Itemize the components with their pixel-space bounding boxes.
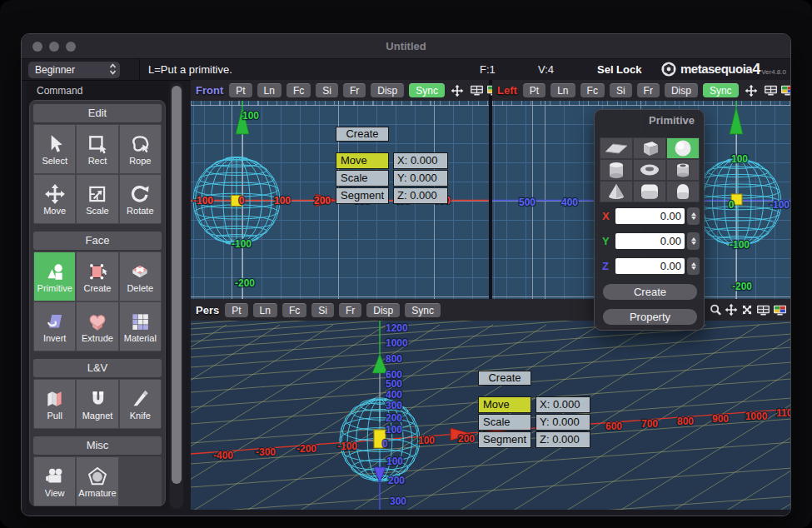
command-scale-button[interactable]: Scale [77,175,117,223]
tab-ln-front[interactable]: Ln [257,83,281,97]
command-rect-button[interactable]: Rect [77,125,117,173]
colors-icon[interactable] [773,305,787,316]
metasequoia-gear-icon [660,61,677,81]
orbit-icon[interactable] [740,303,754,316]
overlay-x-field[interactable]: X: 0.000 [536,396,590,413]
axis-y-value-field[interactable]: 0.00 [615,233,685,249]
tab-pt-left[interactable]: Pt [523,83,545,97]
primitive-shape-sphere[interactable] [666,137,700,159]
tab-fc-pers[interactable]: Fc [282,303,306,317]
axis-tick-label: 300 [390,496,406,507]
colors-icon[interactable] [780,85,791,96]
axis-z-value-field[interactable]: 0.00 [615,258,685,274]
front-viewport-canvas[interactable]: -1000100200300400500100-100-200 Create M… [191,101,489,299]
overlay-z-field[interactable]: Z: 0.000 [536,431,590,448]
tab-fc-left[interactable]: Fc [580,83,605,97]
tab-sync-pers[interactable]: Sync [405,303,441,317]
primitive-property-button[interactable]: Property [603,309,697,325]
displays-icon[interactable] [764,85,778,96]
command-knife-button[interactable]: Knife [120,380,161,428]
primitive-axis-row-x: X0.00 [595,207,704,226]
tab-si-front[interactable]: Si [316,83,338,97]
tab-fr-front[interactable]: Fr [343,83,366,97]
primitive-shape-plane[interactable] [600,137,633,159]
primitive-shape-roundcube[interactable] [633,181,666,202]
command-move-button[interactable]: Move [34,175,75,223]
axis-y-stepper[interactable] [687,232,700,250]
front-viewport: Front PtLnFcSiFrDispSync -10001002003004… [191,80,489,299]
command-view-button[interactable]: View [34,457,75,506]
command-material-button[interactable]: Material [120,302,161,351]
axis-tick-label: -100 [770,199,790,211]
axis-tick-label: 100 [731,153,748,165]
pan-icon[interactable] [725,303,738,316]
tab-sync-front[interactable]: Sync [409,83,445,97]
tab-disp-left[interactable]: Disp [665,83,698,97]
tab-si-pers[interactable]: Si [311,303,334,317]
tab-fc-front[interactable]: Fc [286,83,311,97]
axis-z-stepper[interactable] [687,257,700,275]
command-rotate-button[interactable]: Rotate [120,175,161,223]
overlay-z-field[interactable]: Z: 0.000 [393,187,448,204]
command-delete-button[interactable]: Delete [120,252,161,301]
overlay-create-button[interactable]: Create [478,371,531,386]
overlay-segment-button[interactable]: Segment [336,187,389,204]
primitive-shape-cone[interactable] [600,181,633,202]
command-create-button[interactable]: Create [77,252,117,301]
primitive-icon [44,260,66,283]
command-armature-button[interactable]: Armature [77,457,117,506]
pan-icon[interactable] [745,84,758,97]
mode-dropdown[interactable]: Beginner [28,62,120,78]
tab-fr-pers[interactable]: Fr [339,303,361,317]
primitive-create-button[interactable]: Create [603,284,697,300]
command-button-label: Create [83,283,111,293]
tab-sync-left[interactable]: Sync [703,83,739,97]
tab-pt-front[interactable]: Pt [229,83,252,97]
axis-x-stepper[interactable] [687,207,700,225]
tab-si-left[interactable]: Si [610,83,632,97]
primitive-shape-torus[interactable] [633,159,666,181]
overlay-scale-button[interactable]: Scale [336,170,389,187]
axis-tick-label: 400 [561,197,578,208]
tab-disp-front[interactable]: Disp [371,83,404,97]
scrollbar-thumb[interactable] [172,86,182,484]
overlay-scale-button[interactable]: Scale [478,414,531,431]
command-primitive-button[interactable]: Primitive [34,252,75,301]
axis-x-value-field[interactable]: 0.00 [615,208,685,224]
section-header: Face [33,232,162,250]
overlay-y-field[interactable]: Y: 0.000 [393,170,448,187]
command-rope-button[interactable]: Rope [120,125,161,173]
tab-ln-pers[interactable]: Ln [253,303,277,317]
overlay-create-button[interactable]: Create [336,127,389,142]
axis-tick-label: 800 [677,416,694,427]
tab-pt-pers[interactable]: Pt [225,303,247,317]
pers-viewport-canvas[interactable]: -400-300-200-100100200600700800900100011… [191,321,791,511]
command-select-button[interactable]: Select [34,125,75,173]
tab-ln-left[interactable]: Ln [550,83,575,97]
tab-disp-pers[interactable]: Disp [366,303,400,317]
overlay-x-field[interactable]: X: 0.000 [393,152,448,169]
overlay-move-button[interactable]: Move [336,152,389,169]
displays-icon[interactable] [470,85,484,96]
sel-lock-toggle[interactable]: Sel Lock [597,63,641,76]
primitive-shape-cube[interactable] [633,137,666,159]
command-magnet-button[interactable]: Magnet [77,380,117,428]
primitive-shape-tube[interactable] [666,159,700,181]
zoom-tool-icon[interactable] [710,304,722,316]
command-extrude-button[interactable]: Extrude [77,302,117,351]
pan-icon[interactable] [451,84,464,97]
tab-fr-left[interactable]: Fr [637,83,660,97]
primitive-shape-cylinder[interactable] [600,159,633,181]
overlay-segment-button[interactable]: Segment [478,431,531,448]
overlay-move-button[interactable]: Move [478,396,531,413]
command-invert-button[interactable]: Invert [34,302,75,351]
overlay-y-field[interactable]: Y: 0.000 [536,414,590,431]
axis-z-label: Z [602,260,609,272]
scale-icon [87,182,108,206]
command-scrollbar[interactable] [170,82,183,509]
command-pull-button[interactable]: Pull [34,380,75,428]
front-tabs: PtLnFcSiFrDispSync [229,83,445,97]
displays-icon[interactable] [756,305,770,316]
axis-x-label: X [602,210,610,222]
primitive-shape-capsule[interactable] [666,181,700,202]
